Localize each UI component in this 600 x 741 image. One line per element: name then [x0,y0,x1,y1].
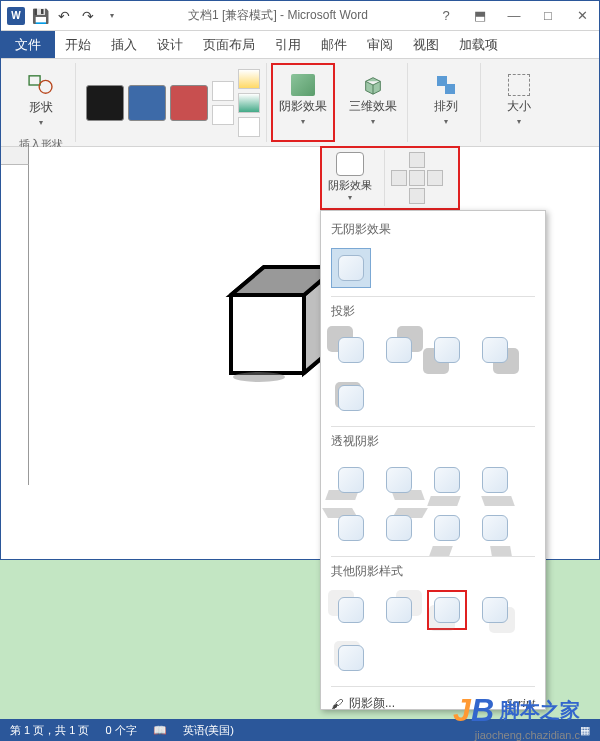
sub-shadow-label: 阴影效果 [328,178,372,193]
shadow-effects-dropdown: 无阴影效果 投影 透视阴影 其他阴影样式 🖌 阴影颜... Script [320,210,546,710]
nudge-up-button[interactable] [409,152,425,168]
shadow-option-proj-3[interactable] [427,330,467,370]
threed-effect-button[interactable]: 三维效果 ▾ [345,65,401,135]
status-spellcheck-icon[interactable]: 📖 [153,724,167,737]
shadow-option-proj-2[interactable] [379,330,419,370]
ribbon-group-insert-shape: 形状 ▾ 插入形状 [7,63,76,142]
shadow-option-other-3-highlighted[interactable] [427,590,467,630]
minimize-button[interactable]: — [501,6,527,26]
tab-home[interactable]: 开始 [55,31,101,58]
tab-design[interactable]: 设计 [147,31,193,58]
shadow-option-other-2[interactable] [379,590,419,630]
arrange-label: 排列 [434,98,458,115]
shadow-option-proj-4[interactable] [475,330,515,370]
qat-customize-icon[interactable]: ▾ [101,5,123,27]
shadow-sub-ribbon: 阴影效果 ▾ [320,146,460,210]
shadow-option-proj-5[interactable] [331,378,371,418]
style-swatch-black[interactable] [86,85,124,121]
tab-mailings[interactable]: 邮件 [311,31,357,58]
style-swatch-red[interactable] [170,85,208,121]
status-page[interactable]: 第 1 页，共 1 页 [10,723,89,738]
status-views[interactable]: ▦ [580,724,590,737]
shadow-option-persp-5[interactable] [331,508,371,548]
nudge-left-button[interactable] [391,170,407,186]
status-wordcount[interactable]: 0 个字 [105,723,136,738]
svg-point-2 [233,372,285,382]
tab-insert[interactable]: 插入 [101,31,147,58]
ruler-vertical[interactable] [15,165,29,485]
size-label: 大小 [507,98,531,115]
shadow-option-other-1[interactable] [331,590,371,630]
tab-references[interactable]: 引用 [265,31,311,58]
tab-view[interactable]: 视图 [403,31,449,58]
word-app-icon[interactable]: W [5,5,27,27]
shadow-option-other-5[interactable] [331,638,371,678]
watermark-url: jiaocheng.chazidian.c [475,729,580,741]
chevron-down-icon: ▾ [444,117,448,126]
ribbon-group-arrange: 排列 ▾ [412,63,481,142]
shadow-effect-button[interactable]: 阴影效果 ▾ [275,65,331,135]
svg-rect-0 [29,76,40,85]
close-button[interactable]: ✕ [569,6,595,26]
shadow-effect-icon [291,74,315,96]
jb-logo-icon: JB [453,692,494,729]
change-shape-button[interactable] [238,117,260,137]
save-icon[interactable]: 💾 [29,5,51,27]
arrange-button[interactable]: 排列 ▾ [418,65,474,135]
menu-bar: 文件 开始 插入 设计 页面布局 引用 邮件 审阅 视图 加载项 [1,31,599,59]
size-icon [508,74,530,96]
shadow-option-proj-1[interactable] [331,330,371,370]
chevron-down-icon: ▾ [348,193,352,202]
section-no-shadow: 无阴影效果 [321,217,545,242]
tab-review[interactable]: 审阅 [357,31,403,58]
style-more-down[interactable] [212,105,234,125]
quick-access-toolbar: W 💾 ↶ ↷ ▾ [5,5,123,27]
shadow-preview-icon [336,152,364,176]
style-more-up[interactable] [212,81,234,101]
shapes-icon [27,73,55,97]
arrange-icon [435,74,457,96]
file-tab[interactable]: 文件 [1,31,55,58]
shadow-option-other-4[interactable] [475,590,515,630]
nudge-center-button[interactable] [409,170,425,186]
chevron-down-icon: ▾ [301,117,305,126]
help-button[interactable]: ? [433,6,459,26]
shadow-color-label: 阴影颜... [349,695,395,710]
size-button[interactable]: 大小 ▾ [491,65,547,135]
shadow-option-persp-7[interactable] [427,508,467,548]
section-other-styles: 其他阴影样式 [321,559,545,584]
redo-icon[interactable]: ↷ [77,5,99,27]
ruler-corner [1,147,29,165]
sub-shadow-effect-button[interactable]: 阴影效果 ▾ [324,150,376,206]
title-bar: W 💾 ↶ ↷ ▾ 文档1 [兼容模式] - Microsoft Word ? … [1,1,599,31]
shadow-nudge-controls [391,152,443,186]
shape-fill-button[interactable] [238,69,260,89]
ribbon-group-styles [80,63,267,142]
shadow-option-persp-8[interactable] [475,508,515,548]
watermark-brand: 脚本之家 [500,697,580,724]
style-swatch-blue[interactable] [128,85,166,121]
status-language[interactable]: 英语(美国) [183,723,234,738]
shadow-option-persp-6[interactable] [379,508,419,548]
ribbon: 形状 ▾ 插入形状 [1,59,599,147]
undo-icon[interactable]: ↶ [53,5,75,27]
shadow-option-persp-4[interactable] [475,460,515,500]
paint-icon: 🖌 [331,697,343,711]
shape-outline-button[interactable] [238,93,260,113]
nudge-right-button[interactable] [427,170,443,186]
nudge-down-button[interactable] [409,188,425,204]
tab-pagelayout[interactable]: 页面布局 [193,31,265,58]
ribbon-group-3d: 三维效果 ▾ [339,63,408,142]
threed-effect-label: 三维效果 [349,98,397,115]
chevron-down-icon: ▾ [517,117,521,126]
tab-addins[interactable]: 加载项 [449,31,508,58]
shadow-option-persp-3[interactable] [427,460,467,500]
shadow-option-none[interactable] [331,248,371,288]
shadow-option-persp-2[interactable] [379,460,419,500]
ribbon-display-button[interactable]: ⬒ [467,6,493,26]
maximize-button[interactable]: □ [535,6,561,26]
shapes-button[interactable]: 形状 ▾ [13,65,69,135]
shadow-option-persp-1[interactable] [331,460,371,500]
ribbon-group-size: 大小 ▾ [485,63,553,142]
shapes-label: 形状 [29,99,53,116]
